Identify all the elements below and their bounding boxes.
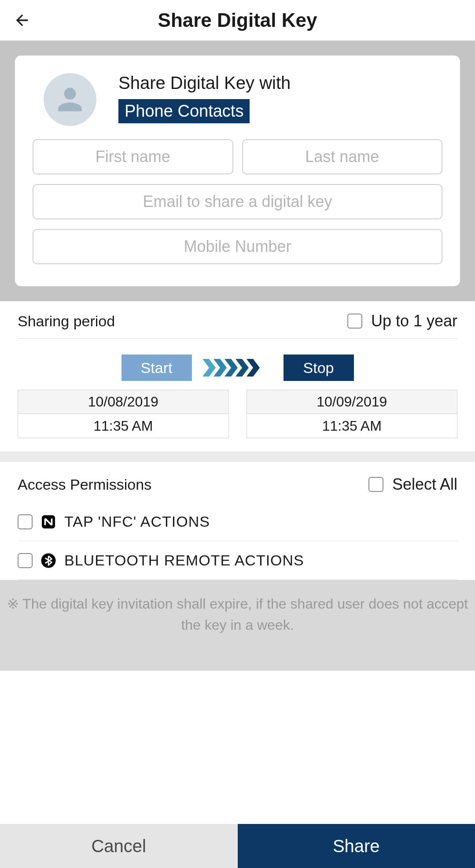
mobile-input[interactable] — [33, 229, 442, 264]
email-input[interactable] — [33, 184, 442, 219]
permissions-label: Access Permissions — [18, 476, 151, 493]
last-name-input[interactable] — [242, 139, 443, 174]
section-divider — [0, 451, 475, 462]
start-datetime: 10/08/2019 11:35 AM — [18, 390, 229, 438]
up-to-year-checkbox[interactable] — [347, 314, 362, 329]
stop-date[interactable]: 10/09/2019 — [247, 390, 457, 414]
disclaimer-text: ※ The digital key invitation shall expir… — [0, 580, 475, 671]
share-button[interactable]: Share — [238, 824, 475, 868]
start-time[interactable]: 11:35 AM — [18, 414, 228, 438]
contact-card: Share Digital Key with Phone Contacts — [15, 55, 460, 286]
header: Share Digital Key — [0, 0, 475, 41]
stop-button[interactable]: Stop — [284, 355, 354, 381]
bluetooth-label: BLUETOOTH REMOTE ACTIONS — [64, 552, 304, 569]
start-button[interactable]: Start — [122, 355, 192, 381]
nfc-icon — [41, 514, 56, 530]
nfc-checkbox[interactable] — [18, 514, 33, 529]
bluetooth-icon — [41, 553, 56, 569]
footer-bar: Cancel Share — [0, 824, 475, 868]
up-to-year-label: Up to 1 year — [371, 312, 457, 330]
permissions-section: Access Permissions Select All TAP 'NFC' … — [0, 462, 475, 580]
stop-datetime: 10/09/2019 11:35 AM — [247, 390, 458, 438]
avatar-placeholder-icon — [44, 73, 96, 126]
select-all-checkbox[interactable] — [368, 477, 383, 492]
bluetooth-checkbox[interactable] — [18, 553, 33, 568]
stop-time[interactable]: 11:35 AM — [247, 414, 457, 438]
nfc-label: TAP 'NFC' ACTIONS — [64, 513, 210, 530]
cancel-button[interactable]: Cancel — [0, 824, 238, 868]
select-all-label: Select All — [392, 475, 457, 494]
first-name-input[interactable] — [33, 139, 233, 174]
nfc-permission-row: TAP 'NFC' ACTIONS — [18, 502, 457, 541]
period-label: Sharing period — [18, 313, 115, 330]
back-arrow-icon[interactable] — [13, 11, 31, 29]
card-title: Share Digital Key with — [118, 73, 291, 93]
page-title: Share Digital Key — [158, 9, 317, 31]
chevron-right-icon — [203, 359, 273, 377]
start-date[interactable]: 10/08/2019 — [18, 390, 228, 414]
phone-contacts-button[interactable]: Phone Contacts — [118, 99, 250, 123]
contact-section: Share Digital Key with Phone Contacts — [0, 41, 475, 301]
period-section: Sharing period Up to 1 year Start Stop 1… — [0, 301, 475, 451]
bluetooth-permission-row: BLUETOOTH REMOTE ACTIONS — [18, 541, 457, 580]
